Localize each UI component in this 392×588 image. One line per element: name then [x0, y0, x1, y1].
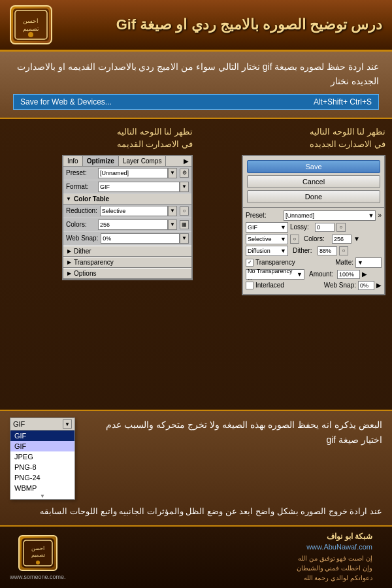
- svg-text:تصميم: تصميم: [23, 25, 39, 33]
- format-arrow[interactable]: ▼: [180, 182, 189, 192]
- header-logo: احسن تصميم: [10, 5, 52, 44]
- panel-settings: Preset: [Unnamed] ▼ » GIF ▼ Lossy:: [243, 208, 384, 294]
- left-label-line2: في الاصدارت القديمه: [117, 138, 193, 151]
- preset-arrow[interactable]: ▼: [168, 168, 177, 178]
- matte-select[interactable]: ▼: [355, 257, 382, 268]
- reduction-value: Selective: [100, 206, 168, 216]
- tab-optimize[interactable]: Optimize: [83, 156, 119, 166]
- cancel-button[interactable]: Cancel: [247, 175, 380, 188]
- options-section[interactable]: ▶ Options: [63, 268, 191, 279]
- bottom-text1: البعض يذكره انه يحفظ الصوره بهذه الصيغه …: [85, 417, 382, 447]
- options-label: Options: [74, 270, 96, 277]
- dropdown-item-gif-selected[interactable]: GIF: [10, 431, 74, 441]
- svg-point-4: [28, 32, 33, 37]
- transparency-checkbox[interactable]: ✓: [246, 259, 253, 267]
- selective-select[interactable]: Selective ▼: [246, 234, 288, 244]
- websnap-label: Web Snap:: [66, 235, 98, 242]
- dither-btn[interactable]: ○: [339, 246, 348, 255]
- selective-extra-btn[interactable]: ○: [290, 235, 299, 244]
- dropdown-item-gif[interactable]: GIF: [10, 441, 74, 451]
- tab-comps[interactable]: Layer Comps: [119, 156, 166, 166]
- dropdown-item-png24[interactable]: PNG-24: [10, 472, 74, 483]
- format-select[interactable]: GIF ▼: [98, 182, 189, 192]
- dropdown-item-png8[interactable]: PNG-8: [10, 462, 74, 472]
- selective-value: Selective: [248, 236, 272, 242]
- dropdown-item-jpeg[interactable]: JPEG: [10, 451, 74, 462]
- settings-preset-value: [Unnamed]: [286, 212, 314, 219]
- preset-settings-btn[interactable]: ⚙: [180, 169, 189, 178]
- right-label-line1: تظهر لنا اللوحه التاليه: [310, 125, 385, 139]
- description-text: عند اردة حفظ لصوره بصيغة gif نختار التال…: [13, 59, 379, 89]
- save-button[interactable]: Save: [247, 160, 380, 173]
- websnap-arrow[interactable]: ▼: [180, 233, 189, 244]
- interlaced-row: Interlaced Web Snap: 0% ▶: [246, 281, 382, 290]
- dropdown-item-wbmp[interactable]: WBMP: [10, 483, 74, 493]
- footer-logo: احسن تصميم: [18, 535, 57, 571]
- reduction-extra-btn[interactable]: ○: [180, 206, 189, 216]
- footer-left: احسن تصميم www.someone.come.: [10, 535, 66, 580]
- reduction-select[interactable]: Selective ▼: [100, 206, 177, 216]
- amount-input[interactable]: 100%: [337, 270, 360, 279]
- right-panel: تظهر لنا اللوحه التاليه في الاصدارت الجد…: [199, 125, 385, 403]
- footer-verse2: وإن اخطلت فمني والشيطان: [66, 563, 372, 573]
- new-save-panel: Save Cancel Done Preset: [Unnamed] ▼ »: [242, 155, 385, 295]
- format-value: GIF: [98, 182, 180, 192]
- colors-arrow[interactable]: ▼: [168, 220, 177, 230]
- content-area: تظهر لنا اللوحه التاليه في الاصدارت القد…: [0, 119, 392, 410]
- format-gif-select[interactable]: GIF ▼: [246, 222, 288, 233]
- dither-input[interactable]: 88%: [318, 246, 337, 255]
- reduction-arrow[interactable]: ▼: [168, 206, 177, 216]
- colors-map-btn[interactable]: ▦: [180, 220, 189, 229]
- colors-label: Colors:: [304, 235, 330, 242]
- interlaced-checkbox[interactable]: [246, 282, 253, 289]
- lossy-input[interactable]: 0: [315, 223, 335, 232]
- footer-url: www.someone.come.: [10, 574, 66, 580]
- reduction-label: Reduction:: [66, 207, 97, 214]
- tab-info[interactable]: Info: [63, 156, 83, 166]
- right-label-line2: في الاصدارت الجديده: [310, 138, 385, 151]
- matte-label: Matte:: [335, 259, 353, 266]
- no-transparency-select[interactable]: No Transparency ... ▼: [246, 269, 304, 280]
- save-for-web-button[interactable]: Save for Web & Devices... Alt+Shift+ Ctr…: [13, 94, 379, 110]
- colors-input[interactable]: 256: [332, 235, 351, 244]
- transparency-section[interactable]: ▶ Transparency: [63, 257, 191, 268]
- preset-select[interactable]: [Unnamed] ▼: [98, 168, 177, 178]
- transparency-label: Transparency: [255, 259, 295, 266]
- websnap-value: 0%: [101, 233, 180, 244]
- settings-gif-row: GIF ▼ Lossy: 0 ○: [246, 222, 382, 233]
- settings-preset-select[interactable]: [Unnamed] ▼: [284, 210, 376, 221]
- save-shortcut: Alt+Shift+ Ctrl+S: [314, 97, 372, 106]
- diffusion-value: Diffusion: [248, 248, 270, 254]
- panel-action-buttons: Save Cancel Done: [243, 156, 384, 208]
- color-table-header: ▼ Color Table: [63, 194, 191, 204]
- lossy-btn[interactable]: ○: [336, 223, 346, 232]
- colors-label: Colors:: [66, 221, 95, 228]
- diffusion-select[interactable]: Diffusion ▼: [246, 246, 288, 256]
- transparency-row: ✓ Transparency Matte: ▼: [246, 257, 382, 268]
- dropdown-toggle[interactable]: ▼: [63, 419, 72, 429]
- preset-value: [Unnamed]: [98, 168, 168, 178]
- left-label-line1: تظهر لنا اللوحه التاليه: [117, 125, 193, 139]
- svg-text:احسن: احسن: [31, 546, 44, 551]
- websnap-row: Web Snap: 0% ▼: [63, 232, 191, 246]
- left-panel: تظهر لنا اللوحه التاليه في الاصدارت القد…: [7, 125, 193, 403]
- reduction-row: Reduction: Selective ▼ ○: [63, 204, 191, 218]
- colors-select[interactable]: 256 ▼: [98, 220, 177, 230]
- settings-preset-extra[interactable]: »: [378, 212, 382, 219]
- footer: احسن تصميم www.someone.come. شبكة ابو نو…: [0, 525, 392, 588]
- done-button[interactable]: Done: [247, 190, 380, 203]
- dither-section[interactable]: ▶ Dither: [63, 246, 191, 257]
- dither-label: Dither:: [293, 247, 316, 254]
- websnap-input[interactable]: 0%: [358, 281, 374, 290]
- dropdown-scroll-arrow: ▼: [10, 493, 74, 499]
- settings-diffusion-row: Diffusion ▼ Dither: 88% ○: [246, 246, 382, 256]
- settings-preset-row: Preset: [Unnamed] ▼ »: [246, 210, 382, 221]
- dropdown-header: GIF ▼: [10, 418, 74, 431]
- amount-label: Amount:: [309, 270, 335, 278]
- lossy-label: Lossy:: [290, 223, 313, 231]
- color-table-label: Color Table: [74, 195, 109, 203]
- colors-row: Colors: 256 ▼ ▦: [63, 218, 191, 232]
- format-dropdown[interactable]: GIF ▼ GIF GIF JPEG PNG-8 PNG-24 WBMP ▼: [10, 417, 75, 500]
- websnap-select[interactable]: 0% ▼: [101, 233, 189, 244]
- panel-tab-arrow[interactable]: ▶: [181, 156, 191, 166]
